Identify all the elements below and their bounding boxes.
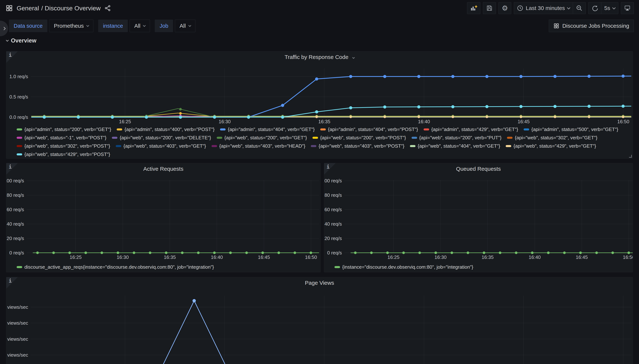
svg-text:0 req/s: 0 req/s [327, 250, 342, 256]
breadcrumb: General / Discourse Overview [17, 4, 101, 12]
datasource-label: Data source [9, 20, 47, 32]
svg-text:16:35: 16:35 [164, 254, 176, 260]
breadcrumb-section[interactable]: General [17, 4, 39, 12]
legend-label: {api="admin", status="404", verb="GET"} [228, 125, 315, 134]
legend-label: {api="web", status="429", verb="GET"} [513, 142, 596, 150]
chevron-down-icon [188, 24, 191, 27]
legend-label: {api="web", status="200", verb="GET"} [225, 134, 307, 142]
panel-traffic-by-response-code: i Traffic by Response Code 1.0 req/s0.5 … [6, 51, 633, 159]
svg-text:16:45: 16:45 [258, 254, 270, 260]
legend-label: {api="admin", status="500", verb="GET"} [531, 125, 618, 134]
legend-swatch [212, 145, 217, 147]
chevron-down-icon [352, 56, 355, 59]
legend-item[interactable]: {api="web", status="200", verb="POST"} [312, 134, 406, 142]
dashboards-grid-icon [553, 23, 559, 29]
legend-item[interactable]: discourse_active_app_reqs{instance="disc… [17, 263, 214, 271]
share-icon[interactable] [104, 5, 111, 12]
legend-item[interactable]: {api="admin", status="429", verb="GET"} [424, 125, 518, 134]
svg-text:0.01 views/sec: 0.01 views/sec [6, 352, 28, 358]
clock-icon [517, 5, 523, 11]
legend-swatch [507, 137, 512, 139]
legend-item[interactable]: {api="web", status="403", verb="GET"} [116, 142, 206, 150]
svg-text:0.0 req/s: 0.0 req/s [10, 114, 28, 120]
panel-title-page-views[interactable]: Page Views [6, 280, 633, 286]
legend-item[interactable]: {instance="discourse.dev.observiq.com:80… [334, 263, 473, 271]
page-views-chart[interactable]: 0.04 views/sec0.03 views/sec0.02 views/s… [6, 277, 633, 364]
svg-text:16:40: 16:40 [529, 254, 541, 260]
chevron-down-icon [143, 24, 146, 27]
legend-item[interactable]: {api="web", status="200", verb="GET"} [217, 134, 307, 142]
zoom-out-icon [576, 5, 583, 12]
datasource-select[interactable]: Prometheus [49, 20, 93, 32]
time-range-picker[interactable]: Last 30 minutes [514, 2, 573, 14]
legend-item[interactable]: {api="admin", status="404", verb="GET"} [220, 125, 315, 134]
legend-item[interactable]: {api="web", status="429", verb="GET"} [506, 142, 596, 150]
panel-title-active[interactable]: Active Requests [6, 166, 320, 172]
svg-text:16:40: 16:40 [418, 119, 430, 124]
variable-instance: instance All [98, 20, 150, 32]
instance-value: All [134, 23, 140, 29]
svg-text:100 req/s: 100 req/s [324, 178, 342, 184]
queued-requests-legend: {instance="discourse.dev.observiq.com:80… [334, 263, 627, 271]
legend-item[interactable]: {api="web", status="200", verb="DELETE"} [112, 134, 211, 142]
legend-item[interactable]: {api="web", status="403", verb="POST"} [311, 142, 404, 150]
save-dashboard-button[interactable] [483, 2, 496, 14]
legend-item[interactable]: {api="admin", status="200", verb="GET"} [17, 125, 111, 134]
legend-swatch [506, 145, 511, 147]
legend-swatch [220, 128, 226, 130]
instance-select[interactable]: All [130, 20, 150, 32]
add-panel-icon [470, 4, 477, 12]
job-select[interactable]: All [175, 20, 195, 32]
refresh-interval-picker[interactable]: 5s [601, 2, 618, 14]
zoom-out-button[interactable] [573, 2, 585, 14]
dashboard-settings-button[interactable]: ⚙ [498, 2, 511, 14]
panel-resize-handle[interactable] [629, 155, 632, 158]
cycle-view-button[interactable] [621, 2, 634, 14]
queued-requests-chart[interactable]: 100 req/s80 req/s60 req/s40 req/s20 req/… [324, 163, 633, 272]
add-panel-button[interactable] [467, 2, 480, 14]
legend-label: {api="web", status="403", verb="GET"} [124, 142, 206, 150]
legend-label: {instance="discourse.dev.observiq.com:80… [342, 263, 473, 271]
legend-swatch [17, 128, 22, 130]
legend-item[interactable]: {api="web", status="302", verb="POST"} [17, 142, 110, 150]
legend-item[interactable]: {api="admin", status="404", verb="POST"} [320, 125, 418, 134]
refresh-icon [591, 5, 598, 12]
breadcrumb-title: / Discourse Overview [41, 4, 101, 12]
active-requests-chart[interactable]: 100 req/s80 req/s60 req/s40 req/s20 req/… [6, 163, 320, 272]
legend-swatch [17, 153, 22, 156]
variable-datasource: Data source Prometheus [9, 20, 93, 32]
legend-item[interactable]: {api="admin", status="400", verb="POST"} [117, 125, 215, 134]
refresh-button[interactable] [588, 2, 601, 14]
legend-item[interactable]: {api="web", status="403", verb="HEAD"} [212, 142, 305, 150]
dashboards-grid-icon[interactable] [6, 4, 13, 12]
save-dashboard-icon [486, 5, 493, 12]
variable-job: Job All [155, 20, 195, 32]
panel-title-traffic[interactable]: Traffic by Response Code [6, 54, 633, 60]
svg-text:16:50: 16:50 [623, 254, 633, 260]
legend-item[interactable]: {api="web", status="302", verb="GET"} [507, 134, 597, 142]
jobs-link-label: Discourse Jobs Processing [562, 23, 629, 29]
panel-title-queued[interactable]: Queued Requests [324, 166, 633, 172]
legend-label: {api="web", status="302", verb="GET"} [515, 134, 597, 142]
chevron-down-icon [86, 24, 89, 27]
panel-page-views: i Page Views 0.04 views/sec0.03 views/se… [6, 277, 633, 364]
svg-text:16:25: 16:25 [119, 119, 131, 124]
legend-item[interactable]: {api="web", status="429", verb="POST"} [17, 150, 110, 158]
legend-item[interactable]: {api="web", status="-1", verb="POST"} [17, 134, 106, 142]
panel-title-text: Traffic by Response Code [285, 54, 348, 60]
svg-text:40 req/s: 40 req/s [324, 221, 342, 227]
legend-item[interactable]: {api="web", status="200", verb="PUT"} [412, 134, 502, 142]
row-overview-toggle[interactable]: Overview [0, 36, 639, 47]
legend-label: {api="web", status="200", verb="PUT"} [419, 134, 502, 142]
legend-item[interactable]: {api="web", status="404", verb="GET"} [410, 142, 500, 150]
legend-label: {api="web", status="403", verb="POST"} [319, 142, 404, 150]
svg-text:16:30: 16:30 [117, 254, 129, 260]
legend-label: {api="web", status="302", verb="POST"} [25, 142, 110, 150]
discourse-jobs-processing-link[interactable]: Discourse Jobs Processing [549, 20, 634, 32]
legend-item[interactable]: {api="admin", status="500", verb="GET"} [524, 125, 618, 134]
legend-label: {api="web", status="200", verb="POST"} [320, 134, 406, 142]
legend-swatch [112, 137, 117, 139]
legend-swatch [17, 137, 22, 139]
svg-text:100 req/s: 100 req/s [6, 178, 24, 184]
svg-text:16:25: 16:25 [70, 254, 82, 260]
